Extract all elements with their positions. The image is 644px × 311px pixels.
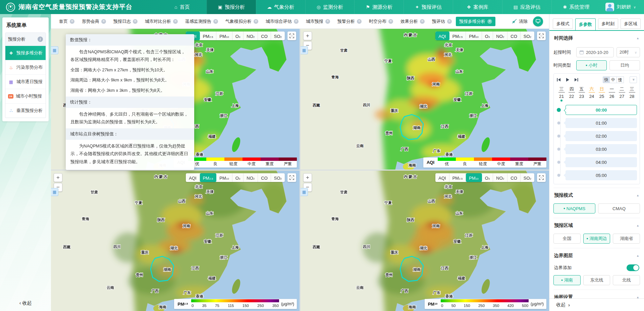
collapse-up-icon[interactable]: ▲ <box>636 194 639 197</box>
tab-城市综合评估[interactable]: 城市综合评估✕ <box>262 17 302 26</box>
date-26[interactable]: 26 <box>607 92 617 102</box>
nav-item-溯源分析[interactable]: ⚑溯源分析 <box>354 0 404 14</box>
nav-item-预报分析[interactable]: ▣预报分析 <box>207 0 256 14</box>
pollutant-button-CO[interactable]: CO <box>507 173 521 182</box>
pollutant-button-CO[interactable]: CO <box>507 32 521 40</box>
date-23[interactable]: 23 <box>577 92 587 102</box>
pollutant-button-NO2[interactable]: NO2 <box>244 32 258 40</box>
pollutant-button-O3[interactable]: O3 <box>232 32 244 40</box>
panel-tab-多时刻[interactable]: 多时刻 <box>598 18 618 29</box>
close-icon[interactable]: ✕ <box>294 19 299 24</box>
nav-item-系统管理[interactable]: ✱系统管理 <box>551 0 601 14</box>
nav-item-应急评估[interactable]: ▤应急评估 <box>502 0 551 14</box>
pollutant-button-PM2.5[interactable]: PM2.5 <box>200 32 217 40</box>
player-collapse-button[interactable]: « <box>630 76 637 83</box>
hour-option-01:00[interactable]: 01:00 <box>566 118 637 128</box>
forecast-region-section-header[interactable]: 预报区域▲ <box>553 218 640 232</box>
tab-首页[interactable]: 首页✕ <box>56 17 78 26</box>
close-icon[interactable]: ✕ <box>173 19 178 24</box>
boundary-option-北线[interactable]: 北线 <box>613 275 640 285</box>
date-22[interactable]: 22 <box>567 92 577 102</box>
layer-switcher-button[interactable]: ▦ <box>301 46 308 54</box>
zoom-in-button[interactable]: + <box>303 173 312 182</box>
layer-switcher-button[interactable]: ▦ <box>301 188 308 196</box>
pollutant-button-PM2.5[interactable]: PM2.5 <box>200 173 217 182</box>
close-icon[interactable]: ✕ <box>325 19 330 24</box>
china-air-quality-map[interactable]: 内蒙古甘肃青海西藏北京天津河北山西山东宁夏陕西河南江苏安徽上海四川重庆湖北湖南江… <box>51 171 300 311</box>
pollutant-button-PM2.5[interactable]: PM2.5 <box>449 32 466 40</box>
tab-效果分析[interactable]: 效果分析✕ <box>397 17 428 26</box>
tab-预警分析[interactable]: 预警分析✕ <box>334 17 365 26</box>
boundary-option-湖南[interactable]: •湖南 <box>553 275 581 285</box>
nav-item-预报评估[interactable]: ✦预报评估 <box>404 0 453 14</box>
forecast-region-option-湖南省[interactable]: 湖南省 <box>613 234 640 244</box>
pollutant-button-CO[interactable]: CO <box>258 173 271 182</box>
skip-back-button[interactable] <box>556 77 561 82</box>
pollutant-button-AQI[interactable]: AQI <box>435 173 449 182</box>
panel-collapse-button[interactable]: 收起 › <box>549 298 644 311</box>
close-icon[interactable]: ✕ <box>447 19 452 24</box>
nav-item-监测分析[interactable]: ◎监测分析 <box>305 0 355 14</box>
hour-option-04:00[interactable]: 04:00 <box>566 157 637 167</box>
info-icon[interactable]: i <box>38 37 43 42</box>
tab-预评估[interactable]: 预评估✕ <box>429 17 455 26</box>
forecast-mode-section-header[interactable]: 预报模式▲ <box>553 188 640 201</box>
forecast-mode-option-NAQPMS[interactable]: •NAQPMS <box>553 203 595 213</box>
pollutant-button-SO2[interactable]: SO2 <box>271 173 285 182</box>
zoom-in-button[interactable]: + <box>303 32 312 40</box>
close-icon[interactable]: ✕ <box>213 19 218 24</box>
hour-option-05:00[interactable]: 05:00 <box>566 170 637 180</box>
pollutant-button-NO2[interactable]: NO2 <box>244 173 258 182</box>
hour-option-00:00[interactable]: 00:00 <box>566 105 637 115</box>
tab-城市对比分析[interactable]: 城市对比分析✕ <box>142 17 181 26</box>
close-icon[interactable]: ✕ <box>487 19 492 24</box>
collapse-up-icon[interactable]: ▲ <box>636 254 639 257</box>
date-27[interactable]: 27 <box>617 92 627 102</box>
start-date-input[interactable]: 2020-10-20 <box>576 47 614 57</box>
fullscreen-button[interactable] <box>287 32 296 40</box>
sidebar-item-城市小时预报[interactable]: 24城市小时预报 <box>5 89 46 103</box>
pollutant-button-PM2.5[interactable]: PM2.5 <box>449 173 466 182</box>
pollutant-button-SO2[interactable]: SO2 <box>521 173 534 182</box>
date-24[interactable]: 24 <box>587 92 597 102</box>
layer-switcher-button[interactable]: ▦ <box>51 188 58 196</box>
panel-tab-多模式[interactable]: 多模式 <box>553 18 573 29</box>
panel-tab-多参数[interactable]: 多参数 <box>575 18 595 30</box>
close-icon[interactable]: ✕ <box>101 19 106 24</box>
close-icon[interactable]: ✕ <box>420 19 425 24</box>
hour-option-02:00[interactable]: 02:00 <box>566 131 637 141</box>
user-chip[interactable]: 刘妍妍 ∨ <box>601 0 644 14</box>
pollutant-button-PM10[interactable]: PM10 <box>466 173 482 182</box>
sidebar-item-城市逐日预报[interactable]: ▦城市逐日预报 <box>5 74 46 89</box>
skip-forward-button[interactable] <box>574 77 579 82</box>
pollutant-button-PM10[interactable]: PM10 <box>466 32 482 40</box>
close-icon[interactable]: ✕ <box>133 19 138 24</box>
close-icon[interactable]: ✕ <box>388 19 393 24</box>
china-air-quality-map[interactable]: 内蒙古甘肃青海西藏北京天津河北山西山东宁夏陕西河南江苏安徽上海四川重庆湖北湖南江… <box>301 171 549 311</box>
forecast-mode-option-CMAQ[interactable]: CMAQ <box>598 203 640 213</box>
forecast-region-option-全国[interactable]: 全国 <box>553 234 581 244</box>
close-icon[interactable]: ✕ <box>70 19 74 24</box>
time-type-option-小时[interactable]: •小时 <box>576 60 607 70</box>
speed-option-快[interactable]: 快 <box>603 76 610 83</box>
tab-形势会商[interactable]: 形势会商✕ <box>78 17 109 26</box>
forecast-region-option-湖南周边[interactable]: •湖南周边 <box>583 234 610 244</box>
pollutant-button-O3[interactable]: O3 <box>232 173 244 182</box>
hour-option-03:00[interactable]: 03:00 <box>566 144 637 154</box>
nav-item-气象分析[interactable]: ☁气象分析 <box>256 0 305 14</box>
sidebar-item-污染形势分布[interactable]: ♨污染形势分布 <box>5 60 46 74</box>
play-button[interactable] <box>565 77 570 82</box>
fullscreen-button[interactable] <box>537 173 546 182</box>
sidebar-item-垂直预报分析[interactable]: ∴垂直预报分析 <box>5 103 46 118</box>
close-icon[interactable]: ✕ <box>254 19 258 24</box>
speed-option-中[interactable]: 中 <box>610 76 617 83</box>
zoom-in-button[interactable]: + <box>54 173 62 182</box>
pollutant-button-O3[interactable]: O3 <box>482 32 493 40</box>
time-type-option-日均[interactable]: 日均 <box>609 60 640 70</box>
screen-mode-button[interactable] <box>533 16 543 26</box>
tab-预报多维分析[interactable]: 预报多维分析✕ <box>456 17 495 26</box>
china-air-quality-map[interactable]: 内蒙古甘肃青海西藏北京天津河北山西山东宁夏陕西河南江苏安徽上海四川重庆湖北湖南江… <box>301 29 549 170</box>
nav-item-案例库[interactable]: ❖案例库 <box>453 0 502 14</box>
panel-tab-多区域[interactable]: 多区域 <box>621 18 641 29</box>
time-select-section-header[interactable]: 时间选择▲ <box>553 31 640 44</box>
